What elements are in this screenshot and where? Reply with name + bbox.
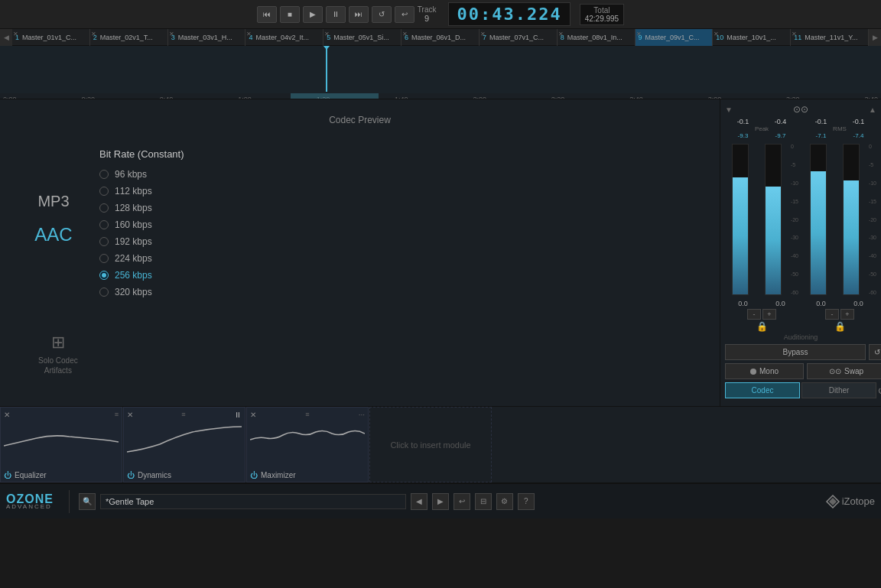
module-maximizer-more[interactable]: ···: [359, 411, 365, 419]
search-input[interactable]: [106, 497, 401, 506]
codec-tab[interactable]: Codec: [725, 382, 800, 398]
bitrate-option-320-kbps[interactable]: 320 kbps: [99, 287, 712, 297]
settings-button[interactable]: ⚙: [496, 493, 513, 510]
module-dynamics[interactable]: ✕ ≡ ⏸ ⏻ Dynamics: [123, 407, 245, 482]
module-dynamics-menu[interactable]: ≡: [181, 411, 185, 418]
codec-option-aac[interactable]: AAC: [34, 224, 72, 245]
track-name-5: Master_05v1_Si...: [333, 34, 389, 41]
track-close-6[interactable]: ✕: [402, 31, 408, 37]
track-item-7[interactable]: ✕ 7 Master_07v1_C...: [480, 29, 558, 46]
track-name-7: Master_07v1_C...: [489, 34, 544, 41]
track-item-11[interactable]: ✕ 11 Master_11v1_Y...: [791, 29, 869, 46]
track-name-9: Master_09v1_C...: [645, 34, 700, 41]
track-item-3[interactable]: ✕ 3 Master_03v1_H...: [168, 29, 246, 46]
module-dynamics-power[interactable]: ⏻: [127, 471, 135, 479]
right-meter-minus-button[interactable]: -: [825, 309, 839, 320]
next-preset-button[interactable]: ▶: [432, 493, 449, 510]
right-meter-lock[interactable]: 🔒: [834, 321, 846, 332]
track-item-5[interactable]: ✕ 5 Master_05v1_Si...: [323, 29, 401, 46]
module-equalizer[interactable]: ✕ ≡ ⏻ Equalizer: [0, 407, 122, 482]
left-meter-lock[interactable]: 🔒: [756, 321, 768, 332]
module-equalizer-close[interactable]: ✕: [4, 411, 10, 419]
total-time: 42:29.995: [585, 15, 619, 23]
meter-expand-button[interactable]: ▼: [725, 106, 733, 114]
meter-minus-button[interactable]: -: [747, 309, 761, 320]
track-nav-left-button[interactable]: ◀: [0, 29, 12, 46]
track-item-6[interactable]: ✕ 6 Master_06v1_D...: [401, 29, 480, 46]
track-close-3[interactable]: ✕: [169, 31, 174, 37]
track-item-2[interactable]: ✕ 2 Master_02v1_T...: [90, 29, 168, 46]
return-button[interactable]: ↩: [395, 6, 414, 23]
module-maximizer-close[interactable]: ✕: [250, 411, 256, 419]
bitrate-option-128-kbps[interactable]: 128 kbps: [99, 203, 712, 213]
bitrate-radio: [99, 271, 109, 280]
bitrate-option-96-kbps[interactable]: 96 kbps: [99, 169, 712, 180]
track-close-10[interactable]: ✕: [714, 31, 719, 37]
playhead[interactable]: [326, 46, 327, 92]
play-button[interactable]: ▶: [303, 6, 323, 23]
track-item-8[interactable]: ✕ 8 Master_08v1_In...: [558, 29, 636, 46]
track-header: ◀ ✕ 1 Master_01v1_C... ✕ 2 Master_02v1_T…: [0, 29, 881, 46]
right-meter-plus-button[interactable]: +: [840, 309, 854, 320]
mono-swap-row: Mono ⊙⊙ Swap: [725, 363, 881, 379]
track-item-9[interactable]: ✕ 9 Master_09v1_C...: [636, 29, 714, 46]
prev-track-button[interactable]: ⏮: [257, 6, 277, 23]
bitrate-option-112-kbps[interactable]: 112 kbps: [99, 186, 712, 197]
track-close-2[interactable]: ✕: [91, 31, 96, 37]
module-equalizer-menu[interactable]: ≡: [115, 411, 119, 418]
bitrate-option-224-kbps[interactable]: 224 kbps: [99, 253, 712, 264]
track-item-1[interactable]: ✕ 1 Master_01v1_C...: [12, 29, 90, 46]
module-dynamics-header: ✕ ≡ ⏸: [124, 408, 245, 421]
help-button[interactable]: ?: [518, 493, 535, 510]
timeline[interactable]: 0:000:200:401:001:201:402:002:202:403:00…: [0, 93, 881, 99]
track-close-1[interactable]: ✕: [13, 31, 18, 37]
track-close-9[interactable]: ✕: [636, 31, 642, 37]
playhead-triangle: [323, 46, 330, 50]
mono-button[interactable]: Mono: [725, 363, 804, 379]
undo-button[interactable]: ↩: [454, 493, 470, 510]
codec-panel: Codec Preview MP3AAC Bit Rate (Constant)…: [0, 99, 720, 406]
track-close-11[interactable]: ✕: [792, 31, 797, 37]
module-dynamics-close[interactable]: ✕: [127, 411, 133, 419]
meter-plus-button[interactable]: +: [762, 309, 776, 320]
module-insert-button[interactable]: Click to insert module: [369, 407, 492, 482]
prev-preset-button[interactable]: ◀: [411, 493, 427, 510]
module-maximizer-menu[interactable]: ≡: [305, 411, 309, 418]
right-bar-l: [803, 142, 834, 297]
module-equalizer-power[interactable]: ⏻: [4, 471, 11, 479]
track-item-10[interactable]: ✕ 10 Master_10v1_...: [713, 29, 791, 46]
next-track-button[interactable]: ⏭: [349, 6, 369, 23]
track-close-4[interactable]: ✕: [246, 31, 252, 37]
meter-collapse-button[interactable]: ▲: [869, 106, 876, 114]
track-close-5[interactable]: ✕: [324, 31, 330, 37]
stop-button[interactable]: ■: [280, 6, 300, 23]
bitrate-option-256-kbps[interactable]: 256 kbps: [99, 270, 712, 281]
solo-codec-button[interactable]: ⊞ Solo CodecArtifacts: [38, 333, 78, 375]
track-close-7[interactable]: ✕: [480, 31, 486, 37]
track-number: 9: [424, 14, 429, 23]
bypass-button[interactable]: Bypass: [725, 344, 866, 360]
track-item-4[interactable]: ✕ 4 Master_04v2_It...: [245, 29, 323, 46]
module-dynamics-pause[interactable]: ⏸: [234, 411, 242, 419]
swap-button[interactable]: ⊙⊙ Swap: [807, 363, 881, 379]
search-icon-button[interactable]: 🔍: [79, 493, 96, 510]
track-nav-right-button[interactable]: ▶: [869, 29, 881, 46]
bypass-icon-button[interactable]: ↺: [869, 344, 881, 360]
track-close-8[interactable]: ✕: [558, 31, 564, 37]
right-bar-l-track: [810, 144, 827, 295]
loop-button[interactable]: ↺: [372, 6, 392, 23]
power-tab-button[interactable]: ⏻: [878, 382, 881, 398]
dither-tab[interactable]: Dither: [801, 382, 876, 398]
pause-button[interactable]: ⏸: [326, 6, 346, 23]
isotope-logo: iZotope: [825, 494, 875, 509]
bitrate-option-192-kbps[interactable]: 192 kbps: [99, 236, 712, 247]
waveform-area[interactable]: 0:000:200:401:001:201:402:002:202:403:00…: [0, 46, 881, 99]
compare-button[interactable]: ⊟: [475, 493, 492, 510]
bitrate-option-160-kbps[interactable]: 160 kbps: [99, 219, 712, 230]
module-maximizer[interactable]: ✕ ≡ ··· ⏻ Maximizer: [246, 407, 369, 482]
module-maximizer-waveform: [247, 421, 368, 468]
codec-option-mp3[interactable]: MP3: [37, 193, 69, 210]
bottom-right: iZotope: [825, 494, 875, 509]
meter-stereo-icon: ⊙⊙: [793, 104, 808, 115]
module-maximizer-power[interactable]: ⏻: [250, 471, 258, 479]
